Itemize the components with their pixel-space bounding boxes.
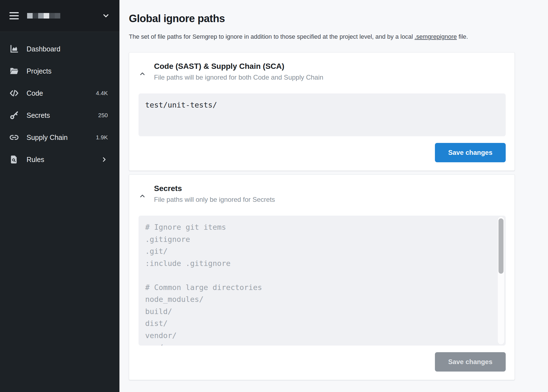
findings-count-badge: 1.9K — [96, 134, 108, 141]
page-title: Global ignore paths — [129, 13, 515, 25]
sidebar-item-label: Secrets — [27, 111, 50, 119]
logo-block — [55, 13, 60, 19]
dashboard-chart-icon — [9, 44, 19, 54]
code-icon — [9, 88, 19, 98]
secrets-section: Secrets File paths will only be ignored … — [129, 174, 515, 380]
findings-count-badge: 250 — [98, 112, 108, 119]
rules-document-search-icon — [9, 155, 19, 164]
collapse-section-button[interactable] — [139, 70, 146, 77]
save-changes-button[interactable]: Save changes — [435, 143, 506, 162]
findings-count-badge: 4.4K — [96, 90, 108, 96]
key-icon — [9, 110, 19, 120]
sidebar-item-label: Code — [27, 89, 43, 97]
sidebar-item-projects[interactable]: Projects — [0, 60, 119, 82]
save-changes-button-disabled[interactable]: Save changes — [435, 352, 506, 372]
hamburger-menu-icon[interactable] — [9, 12, 19, 19]
description-text: file. — [457, 33, 468, 40]
section-header: Code (SAST) & Supply Chain (SCA) File pa… — [139, 62, 506, 81]
chevron-up-icon — [139, 192, 146, 200]
logo-block — [49, 13, 55, 19]
sidebar: Dashboard Projects Code 4.4K Secrets 250 — [0, 0, 119, 392]
code-supply-chain-section: Code (SAST) & Supply Chain (SCA) File pa… — [129, 52, 515, 171]
section-title: Secrets — [154, 184, 275, 193]
section-subtitle: File paths will be ignored for both Code… — [154, 74, 323, 81]
ignore-paths-cards: Code (SAST) & Supply Chain (SCA) File pa… — [129, 52, 515, 380]
description-text: The set of file paths for Semgrep to ign… — [129, 33, 414, 40]
logo-block — [27, 13, 33, 19]
org-switcher-chevron[interactable] — [102, 12, 110, 20]
page-description: The set of file paths for Semgrep to ign… — [129, 32, 515, 42]
sidebar-item-label: Rules — [27, 156, 44, 164]
chevron-down-icon — [102, 12, 110, 20]
folder-icon — [9, 66, 19, 76]
chevron-up-icon — [139, 70, 146, 77]
sidebar-item-supply-chain[interactable]: Supply Chain 1.9K — [0, 126, 119, 148]
sidebar-item-dashboard[interactable]: Dashboard — [0, 38, 119, 60]
textarea-scrollbar-track[interactable] — [497, 216, 505, 345]
org-logo — [27, 13, 60, 19]
sidebar-header — [0, 0, 119, 32]
sidebar-item-label: Dashboard — [27, 45, 60, 53]
main-content: Global ignore paths The set of file path… — [119, 0, 548, 392]
logo-block — [44, 13, 49, 19]
secrets-ignore-paths-input[interactable] — [139, 216, 506, 346]
textarea-scrollbar-thumb[interactable] — [499, 218, 503, 274]
sidebar-item-code[interactable]: Code 4.4K — [0, 82, 119, 104]
semgrepignore-link[interactable]: .semgrepignore — [414, 33, 457, 40]
section-header: Secrets File paths will only be ignored … — [139, 184, 506, 203]
sidebar-item-secrets[interactable]: Secrets 250 — [0, 104, 119, 126]
collapse-section-button[interactable] — [139, 192, 146, 200]
section-title: Code (SAST) & Supply Chain (SCA) — [154, 62, 323, 71]
sidebar-item-label: Projects — [27, 67, 51, 75]
code-ignore-paths-input[interactable]: test/unit-tests/ — [139, 93, 506, 136]
chevron-right-icon — [101, 156, 108, 163]
section-subtitle: File paths will only be ignored for Secr… — [154, 196, 275, 203]
sidebar-item-label: Supply Chain — [27, 134, 68, 142]
sidebar-nav: Dashboard Projects Code 4.4K Secrets 250 — [0, 32, 119, 171]
link-icon — [9, 132, 19, 142]
sidebar-item-rules[interactable]: Rules — [0, 148, 119, 171]
logo-block — [33, 13, 38, 19]
logo-block — [38, 13, 44, 19]
